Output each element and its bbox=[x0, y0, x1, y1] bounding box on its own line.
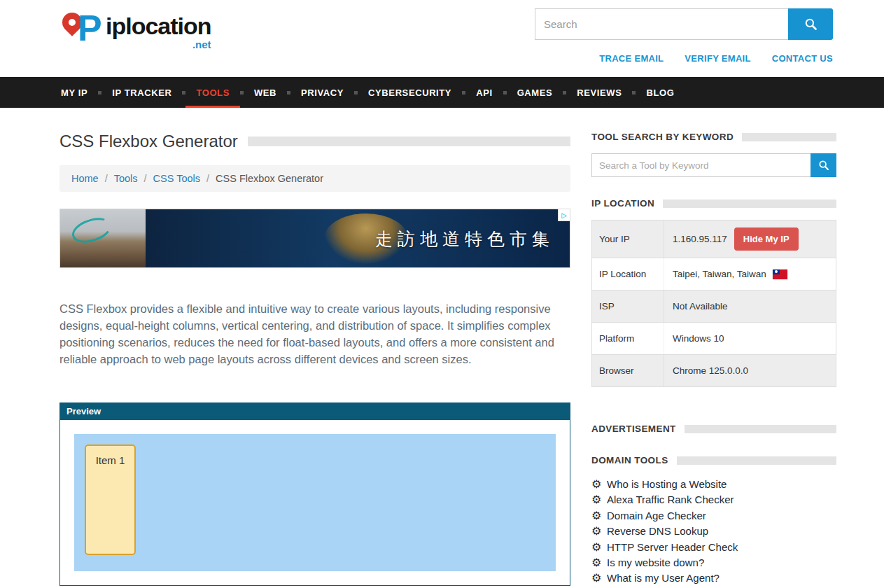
ip-value-text: Windows 10 bbox=[673, 333, 724, 344]
breadcrumb-link-tools[interactable]: Tools bbox=[114, 173, 138, 184]
page-content: CSS Flexbox Generator Home/Tools/CSS Too… bbox=[0, 108, 884, 587]
site-search-input[interactable] bbox=[535, 8, 788, 40]
domain-tool-link-alexa-traffic-rank-checker[interactable]: Alexa Traffic Rank Checker bbox=[607, 492, 734, 507]
domain-tool-item: ⚙Is my website down? bbox=[591, 555, 836, 570]
gear-icon: ⚙ bbox=[591, 524, 607, 539]
ip-value-text: Chrome 125.0.0.0 bbox=[673, 365, 748, 376]
heading-decoration-bar bbox=[663, 200, 836, 208]
logo-letter: P bbox=[78, 10, 102, 46]
domain-tools-heading: DOMAIN TOOLS bbox=[591, 455, 668, 465]
top-links: TRACE EMAILVERIFY EMAILCONTACT US bbox=[599, 53, 833, 64]
ip-row-label: ISP bbox=[592, 290, 664, 322]
domain-tool-item: ⚙HTTP Server Header Check bbox=[591, 540, 836, 555]
ad-banner[interactable]: 走訪地道特色市集 ▷ bbox=[59, 209, 570, 268]
nav-item-api[interactable]: API bbox=[465, 77, 503, 108]
main-nav: MY IPIP TRACKERTOOLSWEBPRIVACYCYBERSECUR… bbox=[0, 77, 884, 108]
ip-row-value: Windows 10 bbox=[664, 326, 836, 351]
gear-icon: ⚙ bbox=[591, 555, 607, 570]
breadcrumb-current: CSS Flexbox Generator bbox=[216, 173, 323, 184]
ip-value-text: Not Available bbox=[673, 301, 728, 312]
domain-tool-link-is-my-website-down[interactable]: Is my website down? bbox=[607, 555, 704, 570]
search-icon bbox=[804, 18, 818, 31]
site-search-button[interactable] bbox=[788, 8, 833, 40]
sidebar: TOOL SEARCH BY KEYWORD IP LOCATION Your … bbox=[591, 108, 836, 587]
ip-row-browser: BrowserChrome 125.0.0.0 bbox=[592, 355, 836, 386]
ip-row-value: Not Available bbox=[664, 294, 836, 318]
nav-item-tools[interactable]: TOOLS bbox=[185, 77, 240, 108]
breadcrumb-separator: / bbox=[105, 173, 108, 184]
ip-value-text: Taipei, Taiwan, Taiwan bbox=[673, 269, 766, 279]
ip-row-label: IP Location bbox=[592, 258, 664, 290]
ip-row-label: Browser bbox=[592, 355, 664, 386]
ip-row-isp: ISPNot Available bbox=[592, 290, 836, 323]
gear-icon: ⚙ bbox=[591, 492, 607, 507]
domain-tool-link-http-server-header-check[interactable]: HTTP Server Header Check bbox=[607, 540, 738, 555]
nav-item-web[interactable]: WEB bbox=[244, 77, 287, 108]
ip-row-label: Platform bbox=[592, 323, 664, 354]
domain-tool-item: ⚙Domain Age Checker bbox=[591, 508, 836, 524]
ip-row-your-ip: Your IP1.160.95.117Hide My IP bbox=[592, 220, 836, 258]
page-title: CSS Flexbox Generator bbox=[59, 132, 238, 151]
breadcrumb-link-home[interactable]: Home bbox=[71, 173, 99, 184]
top-link-trace-email[interactable]: TRACE EMAIL bbox=[599, 53, 664, 64]
nav-item-games[interactable]: GAMES bbox=[507, 77, 563, 108]
gear-icon: ⚙ bbox=[591, 508, 607, 524]
preview-body: Item 1 bbox=[59, 420, 570, 586]
tool-search-button[interactable] bbox=[811, 153, 836, 177]
domain-tool-link-reverse-dns-lookup[interactable]: Reverse DNS Lookup bbox=[607, 524, 708, 539]
ip-location-heading: IP LOCATION bbox=[591, 198, 654, 209]
domain-tool-item: ⚙What is my User Agent? bbox=[591, 570, 836, 586]
advertisement-heading: ADVERTISEMENT bbox=[591, 424, 676, 434]
top-link-verify-email[interactable]: VERIFY EMAIL bbox=[685, 53, 750, 64]
domain-tool-item: ⚙Who is Hosting a Website bbox=[591, 477, 836, 492]
breadcrumb-link-css-tools[interactable]: CSS Tools bbox=[153, 173, 200, 184]
nav-item-cybersecurity[interactable]: CYBERSECURITY bbox=[358, 77, 462, 108]
flex-container: Item 1 bbox=[74, 434, 556, 571]
gear-icon: ⚙ bbox=[591, 570, 607, 586]
site-header: P iplocation .net TRACE EMAILVERIFY EMAI… bbox=[0, 0, 884, 77]
preview-panel: Preview Item 1 bbox=[59, 402, 570, 586]
breadcrumb-separator: / bbox=[206, 173, 209, 184]
nav-item-privacy[interactable]: PRIVACY bbox=[290, 77, 354, 108]
ip-row-value: Chrome 125.0.0.0 bbox=[664, 358, 836, 383]
nav-item-reviews[interactable]: REVIEWS bbox=[566, 77, 632, 108]
ip-row-label: Your IP bbox=[592, 220, 664, 258]
ip-row-ip-location: IP LocationTaipei, Taiwan, Taiwan bbox=[592, 258, 836, 290]
ip-location-table: Your IP1.160.95.117Hide My IPIP Location… bbox=[591, 220, 836, 387]
domain-tool-link-what-is-my-user-agent[interactable]: What is my User Agent? bbox=[607, 570, 720, 586]
logo-name: iplocation bbox=[106, 14, 211, 38]
domain-tool-item: ⚙Alexa Traffic Rank Checker bbox=[591, 492, 836, 507]
nav-item-my-ip[interactable]: MY IP bbox=[50, 77, 98, 108]
heading-decoration-bar bbox=[742, 133, 836, 141]
gear-icon: ⚙ bbox=[591, 477, 607, 492]
nav-item-blog[interactable]: BLOG bbox=[636, 77, 685, 108]
breadcrumb-separator: / bbox=[144, 173, 147, 184]
tool-search-input[interactable] bbox=[591, 153, 811, 177]
logo-pin-icon: P bbox=[58, 8, 104, 53]
site-search bbox=[535, 8, 833, 40]
logo-tld: .net bbox=[192, 38, 211, 50]
taiwan-flag-icon bbox=[773, 270, 787, 279]
nav-item-ip-tracker[interactable]: IP TRACKER bbox=[101, 77, 182, 108]
hide-my-ip-button[interactable]: Hide My IP bbox=[734, 227, 799, 251]
domain-tool-link-domain-age-checker[interactable]: Domain Age Checker bbox=[607, 508, 706, 524]
ip-value-text: 1.160.95.117 bbox=[673, 234, 727, 244]
tool-search bbox=[591, 153, 836, 177]
ip-row-value: 1.160.95.117Hide My IP bbox=[664, 220, 836, 258]
heading-decoration-bar bbox=[685, 425, 836, 433]
domain-tool-item: ⚙Reverse DNS Lookup bbox=[591, 524, 836, 539]
heading-decoration-bar bbox=[677, 456, 836, 465]
site-logo[interactable]: P iplocation .net bbox=[58, 8, 211, 53]
breadcrumb: Home/Tools/CSS Tools/CSS Flexbox Generat… bbox=[59, 165, 570, 192]
domain-tool-link-who-is-hosting-a-website[interactable]: Who is Hosting a Website bbox=[607, 477, 727, 492]
tool-search-heading: TOOL SEARCH BY KEYWORD bbox=[591, 132, 734, 142]
flex-item-1: Item 1 bbox=[85, 444, 136, 555]
ip-row-platform: PlatformWindows 10 bbox=[592, 323, 836, 355]
gear-icon: ⚙ bbox=[591, 540, 607, 555]
top-link-contact-us[interactable]: CONTACT US bbox=[772, 53, 833, 64]
main-column: CSS Flexbox Generator Home/Tools/CSS Too… bbox=[59, 108, 570, 587]
ad-scene-image: 走訪地道特色市集 bbox=[146, 209, 570, 267]
adchoices-icon[interactable]: ▷ bbox=[558, 209, 570, 221]
title-decoration-bar bbox=[248, 136, 570, 146]
search-icon bbox=[818, 160, 829, 171]
